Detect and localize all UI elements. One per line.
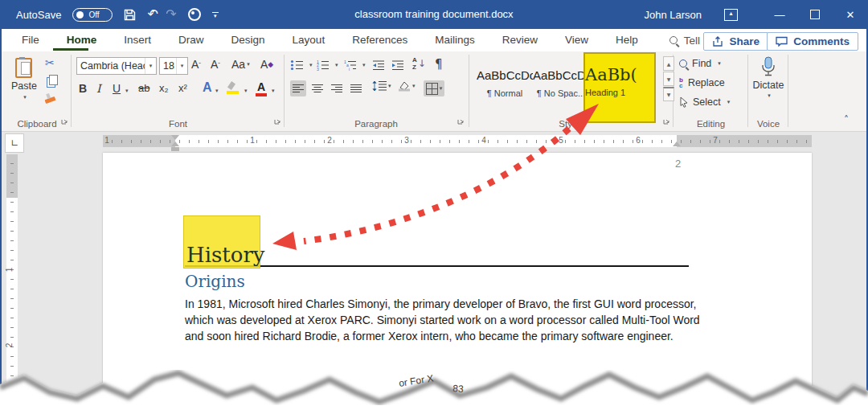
select-button[interactable]: Select ▾ [679,96,730,108]
replace-button[interactable]: bc Replace [679,77,725,88]
tab-file[interactable]: File [8,29,53,51]
pilcrow-icon[interactable]: ¶ [435,57,443,72]
bullets-icon[interactable]: ▾ [290,59,313,71]
history-heading[interactable]: History [186,244,265,265]
tab-references[interactable]: References [338,29,421,51]
svg-text:i: i [349,67,350,72]
font-color-dropdown-icon[interactable]: ▾ [272,88,275,94]
minimize-button[interactable]: — [762,0,797,29]
tab-help[interactable]: Help [602,29,652,51]
user-name[interactable]: John Larson [644,9,702,21]
voice-group: Dictate ▾ Voice [749,51,788,131]
dictate-dropdown-icon[interactable]: ▾ [751,92,788,99]
microphone-icon [760,56,777,77]
shading-icon[interactable]: ▾ [398,80,416,92]
copy-icon[interactable] [47,77,55,88]
font-group-label: Font [72,119,284,129]
grow-font-button[interactable]: Aˆ [191,58,201,71]
paragraph-dialog-launcher-icon[interactable] [457,113,464,128]
home-tab-underline [53,48,88,51]
left-indent-marker[interactable] [171,147,179,151]
format-painter-icon[interactable] [45,98,55,102]
cursor-icon [679,96,688,108]
shrink-font-button[interactable]: Aˇ [211,58,220,71]
collapse-ribbon-icon[interactable]: ˄ [844,114,849,125]
vertical-ruler[interactable]: 1 2 [6,154,18,406]
numbering-icon[interactable]: 123 ▾ [316,59,338,71]
hanging-indent-marker[interactable] [171,141,179,146]
align-center-icon[interactable] [309,80,326,96]
dictate-button[interactable]: Dictate ▾ [749,56,788,99]
font-dialog-launcher-icon[interactable] [274,113,280,128]
clipboard-group: Paste ▾ ✂ Clipboard [3,51,71,131]
style-normal[interactable]: AaBbCcDc ¶ Normal [477,55,533,112]
styles-dialog-launcher-icon[interactable] [663,113,669,128]
comments-button[interactable]: Comments [767,32,858,51]
borders-icon[interactable]: ▾ [424,80,444,96]
tab-insert[interactable]: Insert [110,29,165,51]
comment-icon [776,36,788,47]
ribbon-display-options-icon[interactable]: ▴ [724,9,738,21]
editing-group-label: Editing [674,119,747,129]
strikethrough-button[interactable]: ab [138,82,149,94]
cut-icon[interactable]: ✂ [45,56,55,69]
tab-layout[interactable]: Layout [279,29,339,51]
italic-button[interactable]: I [96,82,101,95]
ruler-number: 1 [5,268,14,273]
sort-icon[interactable]: AZ ↓ [412,56,426,71]
document-page[interactable]: 2 History Origins In 1981, Microsoft hir… [103,153,812,406]
tab-mailings[interactable]: Mailings [421,29,489,51]
ruler-number: 5 [559,136,563,145]
paste-dropdown-icon[interactable]: ▾ [23,94,27,100]
underline-dropdown-icon[interactable]: ▾ [125,88,129,94]
right-indent-marker[interactable] [673,141,681,146]
styles-scroll-up-icon[interactable]: ▲ [663,56,674,71]
chevron-down-icon: ▾ [176,58,187,74]
change-case-button[interactable]: Aa▾ [231,58,250,71]
tab-design[interactable]: Design [218,29,279,51]
tab-review[interactable]: Review [489,29,551,51]
chevron-down-icon: ▾ [145,58,156,74]
styles-scroll-down-icon[interactable]: ▼ [663,72,674,86]
paste-button[interactable]: Paste ▾ [11,58,37,100]
subscript-button[interactable]: x₂ [159,82,169,94]
origins-subheading[interactable]: Origins [185,272,245,291]
close-button[interactable]: ✕ [833,0,868,29]
bold-button[interactable]: B [79,82,87,95]
text-effects-dropdown-icon[interactable]: ▾ [215,88,219,94]
history-heading-highlight: History [183,215,260,269]
ruler-number: 3 [404,136,409,145]
body-paragraph[interactable]: In 1981, Microsoft hired Charles Simonyi… [185,296,714,344]
styles-more-icon[interactable]: ▼ [663,87,674,101]
superscript-button[interactable]: x² [178,82,187,94]
underline-button[interactable]: U [113,82,121,95]
tab-view[interactable]: View [551,29,602,51]
style-no-spacing[interactable]: AaBbCcDc ¶ No Spac... [533,55,589,112]
style-heading1-highlighted[interactable]: AaBb( Heading 1 [583,52,656,123]
share-button[interactable]: Share [703,32,768,51]
increase-indent-icon[interactable] [391,59,404,71]
search-icon [669,36,678,44]
multilevel-list-icon[interactable]: 1ai ▾ [343,59,366,71]
share-icon [712,36,723,47]
highlight-button[interactable] [227,82,239,94]
horizontal-ruler[interactable]: 1 1 2 3 4 5 6 7 [103,135,812,147]
text-effects-button[interactable]: A [203,80,212,95]
align-right-icon[interactable] [329,80,345,96]
tab-selector[interactable]: ∟ [5,133,24,153]
font-color-button[interactable]: A [256,80,267,96]
highlight-dropdown-icon[interactable]: ▾ [244,88,248,94]
line-spacing-icon[interactable]: ▾ [372,80,391,92]
tab-draw[interactable]: Draw [165,29,218,51]
clipboard-dialog-launcher-icon[interactable] [61,113,68,128]
styles-group: AaBbCcDc ¶ Normal AaBbCcDc ¶ No Spac... … [470,51,673,131]
first-line-indent-marker[interactable] [171,135,179,140]
clear-formatting-button[interactable]: A◆ [260,58,273,71]
find-button[interactable]: Find ▾ [679,58,721,69]
maximize-button[interactable] [797,0,833,29]
justify-icon[interactable] [348,80,364,96]
decrease-indent-icon[interactable] [372,59,385,71]
font-name-combo[interactable]: Cambria (Heac ▾ [76,57,157,75]
align-left-icon[interactable] [290,80,306,96]
font-size-combo[interactable]: 18 ▾ [159,57,188,75]
